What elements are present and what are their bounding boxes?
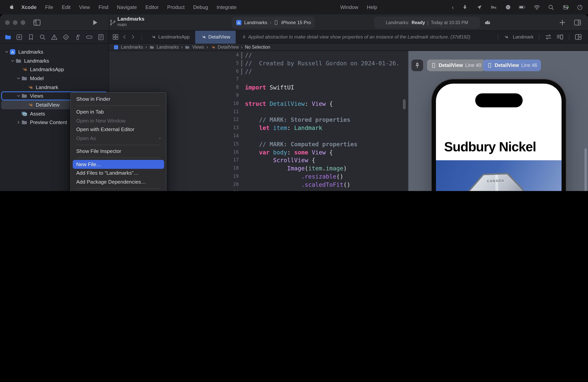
scheme-selector[interactable]: Landmarks › iPhone 15 Pro <box>232 17 315 28</box>
tab-detailview[interactable]: DetailView <box>195 31 236 43</box>
tree-item-landmarksapp[interactable]: LandmarksApp <box>1 65 107 74</box>
code-text: Image(item.image) <box>245 165 347 173</box>
menu-item-delete[interactable]: Delete <box>73 191 164 191</box>
cookie-icon[interactable] <box>504 4 511 11</box>
go-forward-icon[interactable] <box>130 34 136 40</box>
menu-item-show-in-finder[interactable]: Show in Finder <box>73 95 164 103</box>
tab-landmark[interactable]: Landmark <box>513 34 534 40</box>
editor-layout-icon[interactable] <box>573 19 582 26</box>
navigator-tab-tag[interactable] <box>84 32 94 42</box>
menu-item-open-with-external-editor[interactable]: Open with External Editor <box>73 125 164 134</box>
menubar-item-debug[interactable]: Debug <box>189 4 212 10</box>
breadcrumb-item[interactable]: DetailView <box>218 45 239 49</box>
menubar-item-integrate[interactable]: Integrate <box>212 4 241 10</box>
xsquare-icon <box>16 33 23 41</box>
code-line-8[interactable]: 8import SwiftUI <box>109 84 408 92</box>
minimap-menu-icon[interactable] <box>556 33 564 41</box>
preview-pin-1[interactable]: DetailViewLine 40 <box>427 60 485 71</box>
navigator-tab-magnif[interactable] <box>38 32 47 42</box>
bed-icon[interactable] <box>490 4 497 11</box>
navigator-tab-diamond-check[interactable] <box>61 32 71 42</box>
navigator-tab-spray[interactable] <box>73 32 82 42</box>
navigator-tab-xsquare[interactable] <box>15 32 24 42</box>
line-number: 16 <box>224 149 239 155</box>
related-items-icon[interactable] <box>545 33 552 41</box>
menubar-item-editor[interactable]: Editor <box>141 4 163 10</box>
editor-scrollbar[interactable] <box>403 99 406 109</box>
navigator-tab-warning[interactable] <box>50 32 59 42</box>
chevron-down-icon[interactable] <box>16 76 21 81</box>
tree-item-model[interactable]: Model <box>1 74 107 83</box>
tab-landmarksapp[interactable]: LandmarksApp <box>145 31 195 43</box>
pin-preview-button[interactable] <box>411 60 423 71</box>
preview-pin-2[interactable]: DetailViewLine 46 <box>483 60 541 71</box>
menu-item-open-in-tab[interactable]: Open in Tab <box>73 107 164 116</box>
chevron-down-icon[interactable] <box>16 94 21 98</box>
menu-item-new-file[interactable]: New File… <box>73 160 164 169</box>
clock-circle-icon[interactable] <box>576 4 583 11</box>
folder-icon <box>149 44 154 50</box>
jump-bar[interactable]: Landmarks›Landmarks›Views›DetailView›No … <box>109 43 588 51</box>
zoom-window-button[interactable] <box>21 20 25 25</box>
tree-item-label: DetailView <box>36 102 60 108</box>
control-center-icon[interactable] <box>562 4 569 11</box>
tree-item-landmarks[interactable]: Landmarks <box>1 56 107 65</box>
chevron-down-icon[interactable] <box>4 50 9 54</box>
code-line-5[interactable]: 5// Created by Russell Gordon on 2024-01… <box>109 60 408 68</box>
code-text: .scaledToFit() <box>245 181 350 189</box>
tree-item-landmark[interactable]: Landmark <box>1 83 107 92</box>
chevron-down-icon[interactable] <box>10 59 15 63</box>
menubar-item-view[interactable]: View <box>75 4 94 10</box>
menubar-item-help[interactable]: Help <box>363 4 382 10</box>
preview-scrollbar[interactable] <box>585 148 587 191</box>
tab-overview-icon[interactable] <box>112 33 119 41</box>
chevron-right-icon[interactable] <box>16 120 21 125</box>
tree-item-landmarks[interactable]: Landmarks <box>1 47 107 56</box>
rocket-icon[interactable] <box>461 4 468 11</box>
menubar-item-window[interactable]: Window <box>336 4 363 10</box>
navigator-tab-folder[interactable] <box>3 32 12 42</box>
pin-file: DetailView <box>439 63 463 68</box>
code-line-7[interactable]: 7 <box>109 76 408 84</box>
build-state: Ready <box>412 20 425 25</box>
run-button[interactable] <box>91 19 99 26</box>
menu-item-show-file-inspector[interactable]: Show File Inspector <box>73 147 164 156</box>
menubar-item-find[interactable]: Find <box>94 4 113 10</box>
chevron-left-icon[interactable]: ‹ <box>452 4 454 11</box>
breadcrumb-item[interactable]: Views <box>192 45 204 49</box>
minimize-window-button[interactable] <box>13 20 18 25</box>
line-number: 7 <box>224 76 239 82</box>
battery-icon[interactable] <box>519 4 526 11</box>
line-number: 20 <box>224 182 239 187</box>
navigator-tab-bookmark[interactable] <box>26 32 36 42</box>
go-back-icon[interactable] <box>121 34 127 40</box>
menu-item-add-files-to-landmarks[interactable]: Add Files to “Landmarks”… <box>73 169 164 177</box>
breadcrumb-item[interactable]: No Selection <box>245 45 270 49</box>
navigator-tab-doclist[interactable] <box>96 32 105 42</box>
menubar-item-xcode[interactable]: Xcode <box>17 4 41 10</box>
diamond-check-icon <box>62 33 70 41</box>
menubar-item-navigate[interactable]: Navigate <box>113 4 141 10</box>
preview-nav-title: Sudbury Nickel <box>444 139 536 154</box>
close-window-button[interactable] <box>5 20 10 25</box>
menubar-item-edit[interactable]: Edit <box>58 4 75 10</box>
menu-item-add-package-dependencies[interactable]: Add Package Dependencies… <box>73 177 164 186</box>
add-button[interactable] <box>558 19 566 26</box>
appstore-icon <box>9 49 16 55</box>
menu-separator <box>76 105 161 106</box>
apple-menu-icon[interactable] <box>5 4 17 11</box>
navigation-icon[interactable] <box>476 4 483 11</box>
menubar-item-product[interactable]: Product <box>163 4 189 10</box>
code-line-4[interactable]: 4// <box>109 51 408 60</box>
magnif-icon[interactable] <box>547 4 555 11</box>
breadcrumb-item[interactable]: Landmarks <box>121 45 143 49</box>
iphone-screen: Sudbury Nickel CANADA NICKEL 1751-1951 5 <box>436 84 562 191</box>
menubar-item-file[interactable]: File <box>41 4 58 10</box>
toggle-navigator-icon[interactable] <box>33 18 41 27</box>
folder-icon <box>185 44 190 50</box>
add-editor-icon[interactable] <box>574 33 582 41</box>
toolbar: Landmarks main Landmarks › iPhone 15 Pro… <box>0 14 588 31</box>
code-line-6[interactable]: 6// <box>109 67 408 76</box>
breadcrumb-item[interactable]: Landmarks <box>157 45 179 49</box>
wifi-icon[interactable] <box>533 4 540 11</box>
